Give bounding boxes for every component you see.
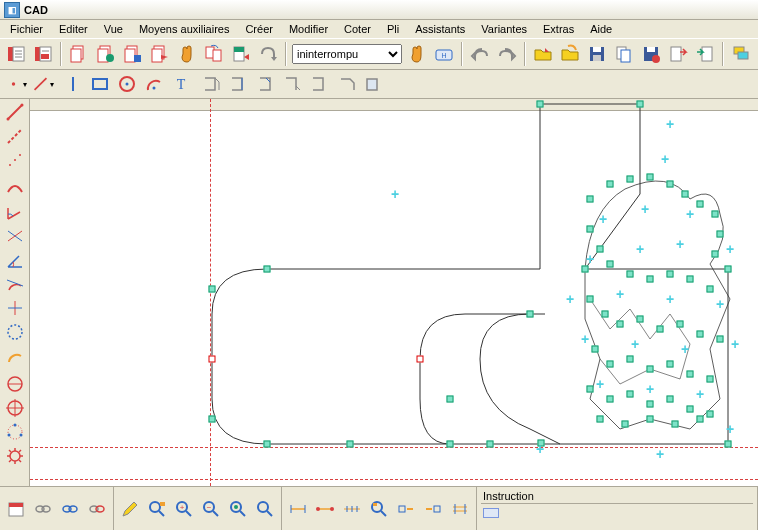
- svg-rect-27: [593, 55, 601, 61]
- svg-rect-8: [41, 54, 49, 59]
- zoom-region-icon[interactable]: [367, 497, 391, 521]
- fold-1-icon[interactable]: [199, 72, 223, 96]
- hold-icon[interactable]: H: [432, 42, 456, 66]
- tangent-arc-icon[interactable]: [3, 272, 27, 296]
- angle-red-icon[interactable]: [3, 200, 27, 224]
- x-lines-blue-icon[interactable]: [3, 224, 27, 248]
- layer-button-1[interactable]: [4, 42, 28, 66]
- stack-icon[interactable]: [729, 42, 753, 66]
- diameter-icon[interactable]: [3, 372, 27, 396]
- menu-modifier[interactable]: Modifier: [281, 21, 336, 37]
- calendar-icon[interactable]: [4, 497, 28, 521]
- gear-icon[interactable]: [3, 444, 27, 468]
- svg-line-74: [19, 460, 21, 462]
- zoom-in-icon[interactable]: +: [172, 497, 196, 521]
- line-tool-icon[interactable]: ▾: [31, 72, 55, 96]
- svg-point-65: [13, 424, 16, 427]
- dim-chain-icon[interactable]: [340, 497, 364, 521]
- snap2-icon[interactable]: [421, 497, 445, 521]
- svg-line-75: [9, 460, 11, 462]
- rect-tool-icon[interactable]: [88, 72, 112, 96]
- svg-rect-5: [35, 47, 40, 61]
- zoom-all-icon[interactable]: [253, 497, 277, 521]
- doc-swap-icon[interactable]: [202, 42, 226, 66]
- arc-red-icon[interactable]: [3, 176, 27, 200]
- doc-export-icon[interactable]: [666, 42, 690, 66]
- fold-7-icon[interactable]: [361, 72, 385, 96]
- fold-6-icon[interactable]: [334, 72, 358, 96]
- svg-point-51: [14, 159, 16, 161]
- drawing-canvas[interactable]: + + + + + + + + + + + + + + + + + + + + …: [30, 99, 758, 486]
- dim-align-icon[interactable]: [448, 497, 472, 521]
- text-tool-icon[interactable]: T: [169, 72, 193, 96]
- bolt-circle-icon[interactable]: [3, 420, 27, 444]
- menu-fichier[interactable]: Fichier: [2, 21, 51, 37]
- redo-icon[interactable]: [495, 42, 519, 66]
- app-title: CAD: [24, 4, 48, 16]
- fold-3-icon[interactable]: [253, 72, 277, 96]
- linetype-dropdown[interactable]: ininterrompu: [292, 44, 402, 64]
- menu-assistants[interactable]: Assistants: [407, 21, 473, 37]
- circle-outline-icon[interactable]: [3, 320, 27, 344]
- svg-rect-20: [213, 50, 221, 61]
- pencil-icon[interactable]: [118, 497, 142, 521]
- menu-vue[interactable]: Vue: [96, 21, 131, 37]
- zoom-out-icon[interactable]: −: [199, 497, 223, 521]
- svg-point-97: [258, 502, 268, 512]
- circle-tool-icon[interactable]: [115, 72, 139, 96]
- angle-arc-icon[interactable]: [3, 248, 27, 272]
- folder-open-2-icon[interactable]: [558, 42, 582, 66]
- menu-aide[interactable]: Aide: [582, 21, 620, 37]
- zoom-fit-icon[interactable]: [226, 497, 250, 521]
- svg-rect-31: [647, 47, 655, 52]
- doc-button-1[interactable]: [67, 42, 91, 66]
- chain1-icon[interactable]: [31, 497, 55, 521]
- chain2-icon[interactable]: [58, 497, 82, 521]
- zoom-box-icon[interactable]: [145, 497, 169, 521]
- disk-red-icon[interactable]: [639, 42, 663, 66]
- cross-center-icon[interactable]: [3, 296, 27, 320]
- point-tool-icon[interactable]: ▾: [4, 72, 28, 96]
- chain3-icon[interactable]: [85, 497, 109, 521]
- instruction-dropdown[interactable]: [483, 508, 499, 518]
- menu-extras[interactable]: Extras: [535, 21, 582, 37]
- folder-open-1-icon[interactable]: [531, 42, 555, 66]
- menu-variantes[interactable]: Variantes: [473, 21, 535, 37]
- svg-line-92: [213, 511, 218, 516]
- copy-doc-icon[interactable]: [612, 42, 636, 66]
- menu-coter[interactable]: Coter: [336, 21, 379, 37]
- arc-tool-icon[interactable]: [142, 72, 166, 96]
- menu-creer[interactable]: Créer: [237, 21, 281, 37]
- snap1-icon[interactable]: [394, 497, 418, 521]
- hand-icon[interactable]: [175, 42, 199, 66]
- red-diag1-icon[interactable]: [3, 100, 27, 124]
- menu-editer[interactable]: Editer: [51, 21, 96, 37]
- layer-button-2[interactable]: [31, 42, 55, 66]
- doc-button-3[interactable]: [121, 42, 145, 66]
- orange-curve-icon[interactable]: [3, 344, 27, 368]
- svg-point-104: [330, 507, 334, 511]
- instruction-label: Instruction: [481, 489, 753, 504]
- doc-button-2[interactable]: [94, 42, 118, 66]
- doc-import-icon[interactable]: [693, 42, 717, 66]
- hand-orange-icon[interactable]: [405, 42, 429, 66]
- fold-2-icon[interactable]: [226, 72, 250, 96]
- crosshair-icon[interactable]: [3, 396, 27, 420]
- vline-tool-icon[interactable]: [61, 72, 85, 96]
- fold-4-icon[interactable]: [280, 72, 304, 96]
- dim-h1-icon[interactable]: [286, 497, 310, 521]
- save-disk-icon[interactable]: [585, 42, 609, 66]
- svg-line-86: [159, 511, 164, 516]
- menu-pli[interactable]: Pli: [379, 21, 407, 37]
- menu-moyens[interactable]: Moyens auxiliaires: [131, 21, 237, 37]
- dim-h2-icon[interactable]: [313, 497, 337, 521]
- doc-green-icon[interactable]: [229, 42, 253, 66]
- svg-point-96: [234, 505, 238, 509]
- red-diag2-icon[interactable]: [3, 124, 27, 148]
- red-dots-icon[interactable]: [3, 148, 27, 172]
- svg-point-67: [7, 434, 10, 437]
- doc-button-4[interactable]: [148, 42, 172, 66]
- fold-5-icon[interactable]: [307, 72, 331, 96]
- undo-icon[interactable]: [468, 42, 492, 66]
- arrow-loop-icon[interactable]: [256, 42, 280, 66]
